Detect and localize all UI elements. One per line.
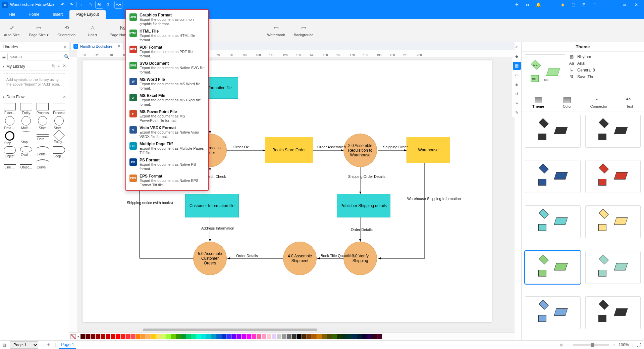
theme-opt-save[interactable]: 🖫Save The... <box>569 74 641 79</box>
color-swatch[interactable] <box>327 334 332 339</box>
fullscreen-icon[interactable]: ⛶ <box>637 343 641 347</box>
ribbon-orientation[interactable]: ⟲Orientation <box>57 24 75 37</box>
color-swatch[interactable] <box>101 334 105 339</box>
zoom-slider[interactable] <box>573 344 609 346</box>
color-swatch[interactable] <box>216 334 221 339</box>
color-swatch[interactable] <box>91 334 95 339</box>
theme-swatch[interactable] <box>525 115 581 148</box>
close-section-icon[interactable]: ✕ <box>63 63 66 69</box>
color-swatch[interactable] <box>367 334 372 339</box>
shape-item[interactable]: Objec... <box>18 159 34 169</box>
theme-swatch[interactable] <box>525 296 581 329</box>
widget2-icon[interactable]: ⊞ <box>580 1 588 8</box>
theme-opt-rhythm[interactable]: ▦Rhythm <box>569 54 641 59</box>
shape-fill-icon[interactable]: ◆ <box>513 52 521 60</box>
theme-tab-connector[interactable]: ↳Connector <box>590 97 607 108</box>
export-item[interactable]: WMS Word FileExport the document as MS W… <box>126 76 208 92</box>
theme-tab-theme[interactable]: Theme <box>532 97 544 108</box>
my-library-section[interactable]: ▾ My Library ⎘＋✕ <box>0 62 69 71</box>
shape-item[interactable]: Entity <box>18 103 34 115</box>
color-swatch[interactable] <box>352 334 357 339</box>
print-icon[interactable]: ⎙ <box>104 1 112 8</box>
add-icon[interactable]: ＋ <box>57 63 61 69</box>
theme-swatch[interactable] <box>525 160 581 193</box>
color-swatch[interactable] <box>86 334 90 339</box>
history-icon[interactable]: ↺ <box>513 90 521 98</box>
shape-item[interactable]: Curve... <box>35 159 50 169</box>
color-swatch[interactable] <box>121 334 125 339</box>
maximize-button[interactable]: ▭ <box>619 1 630 8</box>
color-swatch[interactable] <box>312 334 317 339</box>
color-swatch[interactable] <box>211 334 216 339</box>
no-fill-icon[interactable] <box>70 334 76 339</box>
theme-tab-text[interactable]: AaText <box>626 97 633 108</box>
color-swatch[interactable] <box>131 334 136 339</box>
shape-item[interactable]: Loop ... <box>52 146 67 158</box>
color-swatch[interactable] <box>226 334 231 339</box>
theme-swatch[interactable] <box>585 205 641 238</box>
color-swatch[interactable] <box>362 334 367 339</box>
scrollbar-thumb[interactable] <box>143 329 317 331</box>
shape-item[interactable]: Multi... <box>18 116 34 130</box>
arrange-icon[interactable]: ✧ <box>513 99 521 107</box>
close-section-icon[interactable]: ✕ <box>63 95 66 99</box>
shape-item[interactable]: Oval ... <box>18 146 34 158</box>
node-verify-ship[interactable]: 3.0 Verify Shipping <box>343 242 377 275</box>
color-swatch[interactable] <box>257 334 261 339</box>
zoom-knob[interactable] <box>591 343 594 347</box>
layers-icon[interactable]: ◈ <box>513 81 521 89</box>
export-item[interactable]: TIFFMultiple Page TiffExport the documen… <box>126 140 208 156</box>
theme-swatch[interactable] <box>585 115 641 148</box>
color-swatch[interactable] <box>146 334 151 339</box>
color-swatch[interactable] <box>111 334 115 339</box>
node-assemble-cust[interactable]: 5.0 Assemble Customer Orders <box>193 242 227 275</box>
node-assemble-req[interactable]: 2.0 Assemble Requisition to Warehouse <box>343 134 377 167</box>
ribbon-watermark[interactable]: ▭Watermark <box>267 24 285 37</box>
shape-item[interactable]: Data ... <box>2 116 17 130</box>
theme-swatch[interactable] <box>585 296 641 329</box>
menu-file[interactable]: File <box>2 10 22 19</box>
color-swatch[interactable] <box>231 334 236 339</box>
color-swatch[interactable] <box>176 334 181 339</box>
color-swatch[interactable] <box>106 334 110 339</box>
theme-tab-color[interactable]: Color <box>563 97 572 108</box>
theme-opt-connector[interactable]: ↳General 8 <box>569 68 641 72</box>
theme-icon[interactable]: ▦ <box>513 62 521 70</box>
theme-swatch[interactable] <box>525 251 581 284</box>
menu-home[interactable]: Home <box>22 10 46 19</box>
color-swatch[interactable] <box>236 334 241 339</box>
color-swatch[interactable] <box>126 334 130 339</box>
node-pub-ship[interactable]: Publisher Shipping details <box>337 194 390 217</box>
minimize-button[interactable]: — <box>606 1 618 8</box>
color-swatch[interactable] <box>297 334 302 339</box>
color-swatch[interactable] <box>272 334 276 339</box>
shape-item[interactable]: Exter... <box>2 103 17 115</box>
color-swatch[interactable] <box>166 334 171 339</box>
pages-icon[interactable]: ▥ <box>3 343 6 347</box>
send-icon[interactable]: ✈ <box>513 1 521 8</box>
color-swatch[interactable] <box>247 334 251 339</box>
color-swatch[interactable] <box>302 334 307 339</box>
bell-icon[interactable]: 🔔 <box>535 1 542 8</box>
open-icon[interactable]: 🗀 <box>87 1 94 8</box>
color-swatch[interactable] <box>136 334 141 339</box>
color-swatch[interactable] <box>307 334 312 339</box>
theme-swatch[interactable] <box>585 160 641 193</box>
shape-item[interactable]: Start ... <box>52 116 67 130</box>
color-swatch[interactable] <box>342 334 347 339</box>
color-swatch[interactable] <box>206 334 211 339</box>
shape-item[interactable]: Stop ... <box>18 131 34 145</box>
page-tab[interactable]: Page-1 <box>59 341 76 349</box>
color-swatch[interactable] <box>201 334 206 339</box>
color-swatch[interactable] <box>262 334 266 339</box>
color-swatch[interactable] <box>96 334 100 339</box>
shape-item[interactable]: Process <box>52 103 67 115</box>
image-icon[interactable]: ▭ <box>513 71 521 79</box>
color-swatch[interactable] <box>332 334 337 339</box>
zoom-out-icon[interactable]: − <box>567 343 569 347</box>
shape-item[interactable]: Stop ... <box>2 131 17 145</box>
color-swatch[interactable] <box>322 334 327 339</box>
color-swatch[interactable] <box>221 334 226 339</box>
export-dropdown-icon[interactable]: ⇱▾ <box>115 1 122 8</box>
color-swatch[interactable] <box>337 334 342 339</box>
